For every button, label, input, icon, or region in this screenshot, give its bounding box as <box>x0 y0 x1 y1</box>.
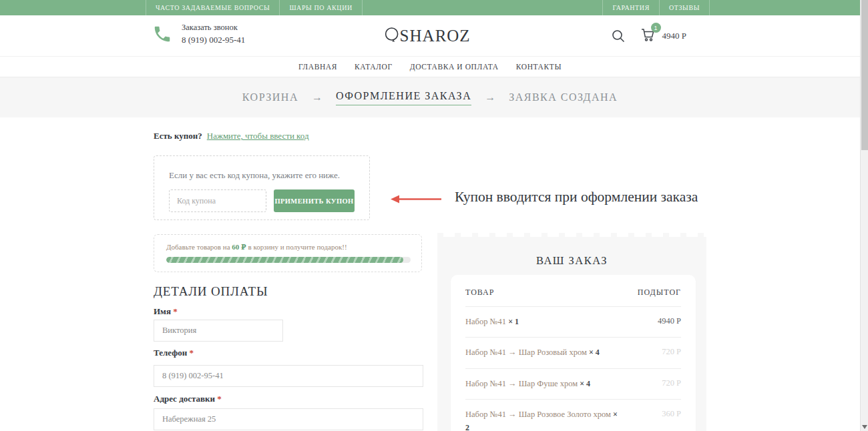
breadcrumb: КОРЗИНА → ОФОРМЛЕНИЕ ЗАКАЗА → ЗАЯВКА СОЗ… <box>0 77 860 117</box>
phone-icon <box>152 24 172 44</box>
checkout-page: ЧАСТО ЗАДАВАЕМЫЕ ВОПРОСЫ ШАРЫ ПО АКЦИИ Г… <box>0 0 868 431</box>
gift-progress-box: Добавьте товаров на 60 ₽ в корзину и пол… <box>154 234 422 272</box>
apply-coupon-button[interactable]: ПРИМЕНИТЬ КУПОН <box>274 189 355 212</box>
scrollbar-down-arrow[interactable] <box>862 425 867 429</box>
name-label-text: Имя <box>154 306 171 316</box>
order-item-price: 360 Р <box>662 408 681 431</box>
gift-text-before: Добавьте товаров на <box>166 243 230 251</box>
order-item-title: Набор №41 <box>465 317 506 326</box>
order-table-header: ТОВАР ПОДЫТОГ <box>465 276 681 307</box>
order-title: ВАШ ЗАКАЗ <box>437 254 706 268</box>
cart-icon: 1 <box>640 27 656 45</box>
annotation-arrow-icon <box>391 194 443 207</box>
order-row: Набор №41 → Шар Фуше хром × 4 720 Р <box>465 369 681 400</box>
main-nav: ГЛАВНАЯ КАТАЛОГ ДОСТАВКА И ОПЛАТА КОНТАК… <box>0 57 860 77</box>
address-input[interactable] <box>154 408 423 430</box>
gift-progress-track <box>166 257 411 263</box>
logo-text: SHAROZ <box>400 27 471 45</box>
order-col-subtotal: ПОДЫТОГ <box>638 288 681 298</box>
breadcrumb-arrow: → <box>485 91 495 103</box>
topbar-link-faq[interactable]: ЧАСТО ЗАДАВАЕМЫЕ ВОПРОСЫ <box>146 0 280 15</box>
order-item-name: Набор №41 → Шар Фуше хром × 4 <box>465 378 618 390</box>
coupon-row: ПРИМЕНИТЬ КУПОН <box>169 189 355 212</box>
topbar-left-links: ЧАСТО ЗАДАВАЕМЫЕ ВОПРОСЫ ШАРЫ ПО АКЦИИ <box>146 0 363 15</box>
required-asterisk: * <box>189 348 194 358</box>
order-card: ТОВАР ПОДЫТОГ Набор №41 × 1 4940 Р Набор… <box>451 275 696 431</box>
nav-item-catalog[interactable]: КАТАЛОГ <box>355 63 393 71</box>
order-item-price: 720 Р <box>662 346 681 359</box>
billing-title: ДЕТАЛИ ОПЛАТЫ <box>154 284 268 299</box>
gift-progress-text: Добавьте товаров на 60 ₽ в корзину и пол… <box>166 243 409 252</box>
header-actions: 1 4940 Р <box>611 27 686 45</box>
breadcrumb-order-created: ЗАЯВКА СОЗДАНА <box>509 91 618 103</box>
header: Заказать звонок 8 (919) 002-95-41 SHAROZ <box>0 15 860 57</box>
order-item-qty: × 4 <box>589 348 600 357</box>
scrollbar-thumb[interactable] <box>861 0 868 150</box>
breadcrumb-checkout-active[interactable]: ОФОРМЛЕНИЕ ЗАКАЗА <box>336 90 471 105</box>
topbar-link-reviews[interactable]: ОТЗЫВЫ <box>660 0 710 15</box>
order-item-name: Набор №41 → Шар Розовое Золото хром × 2 <box>465 408 618 431</box>
required-asterisk: * <box>173 306 178 316</box>
cart-button[interactable]: 1 4940 Р <box>640 27 686 45</box>
order-item-name: Набор №41 × 1 <box>465 316 618 328</box>
cart-count-badge: 1 <box>651 23 661 33</box>
topbar-link-sale-balloons[interactable]: ШАРЫ ПО АКЦИИ <box>280 0 362 15</box>
phone-field-label: Телефон * <box>154 348 194 358</box>
coupon-box: Если у вас есть код купона, укажите его … <box>154 155 370 220</box>
logo[interactable]: SHAROZ <box>385 26 471 46</box>
phone-input[interactable] <box>154 365 423 387</box>
breadcrumb-arrow: → <box>312 91 322 103</box>
order-item-qty: × 4 <box>580 379 590 388</box>
coupon-prompt: Есть купон? Нажмите, чтобы ввести код <box>154 131 309 141</box>
topbar: ЧАСТО ЗАДАВАЕМЫЕ ВОПРОСЫ ШАРЫ ПО АКЦИИ Г… <box>0 0 860 15</box>
nav-item-delivery[interactable]: ДОСТАВКА И ОПЛАТА <box>410 63 499 71</box>
topbar-link-guarantee[interactable]: ГАРАНТИЯ <box>602 0 659 15</box>
address-label-text: Адрес доставки <box>154 394 215 404</box>
order-row: Набор №41 → Шар Розовое Золото хром × 2 … <box>465 400 681 431</box>
receipt-teeth-edge <box>437 233 706 237</box>
balloon-icon <box>385 26 399 46</box>
nav-item-contacts[interactable]: КОНТАКТЫ <box>516 63 562 71</box>
callback-phone: 8 (919) 002-95-41 <box>182 35 245 45</box>
coupon-code-input[interactable] <box>169 189 266 212</box>
order-item-title: Набор №41 → Шар Розовое Золото хром <box>465 410 611 419</box>
callback-texts: Заказать звонок 8 (919) 002-95-41 <box>182 23 245 45</box>
name-field-label: Имя * <box>154 306 178 317</box>
order-item-name: Набор №41 → Шар Розовый хром × 4 <box>465 346 618 359</box>
page-scrollbar[interactable] <box>860 0 868 431</box>
order-row: Набор №41 → Шар Розовый хром × 4 720 Р <box>465 338 681 368</box>
name-input[interactable] <box>154 320 283 342</box>
breadcrumb-cart[interactable]: КОРЗИНА <box>242 91 298 103</box>
address-field-label: Адрес доставки * <box>154 394 222 404</box>
callback-block[interactable]: Заказать звонок 8 (919) 002-95-41 <box>152 23 245 45</box>
phone-label-text: Телефон <box>154 348 187 358</box>
topbar-right-links: ГАРАНТИЯ ОТЗЫВЫ <box>602 0 710 15</box>
gift-amount: 60 ₽ <box>232 243 246 251</box>
order-item-price: 720 Р <box>662 378 681 390</box>
search-icon[interactable] <box>611 29 626 43</box>
order-item-qty: × 1 <box>508 317 519 326</box>
order-item-title: Набор №41 → Шар Розовый хром <box>465 348 587 357</box>
order-col-product: ТОВАР <box>465 288 494 298</box>
annotation-text: Купон вводится при оформлении заказа <box>455 189 698 205</box>
cart-total: 4940 Р <box>662 31 686 41</box>
gift-text-after: в корзину и получите подарок!! <box>248 243 347 251</box>
callback-label: Заказать звонок <box>182 23 245 33</box>
nav-item-home[interactable]: ГЛАВНАЯ <box>298 63 337 71</box>
order-summary-panel: ВАШ ЗАКАЗ ТОВАР ПОДЫТОГ Набор №41 × 1 49… <box>437 237 706 431</box>
order-item-price: 4940 Р <box>658 316 681 328</box>
coupon-box-text: Если у вас есть код купона, укажите его … <box>169 170 355 181</box>
order-item-title: Набор №41 → Шар Фуше хром <box>465 379 578 388</box>
coupon-prompt-question: Есть купон? <box>154 131 202 141</box>
order-row: Набор №41 × 1 4940 Р <box>465 307 681 338</box>
required-asterisk: * <box>217 394 222 404</box>
coupon-toggle-link[interactable]: Нажмите, чтобы ввести код <box>207 131 309 141</box>
gift-progress-fill <box>166 257 403 263</box>
